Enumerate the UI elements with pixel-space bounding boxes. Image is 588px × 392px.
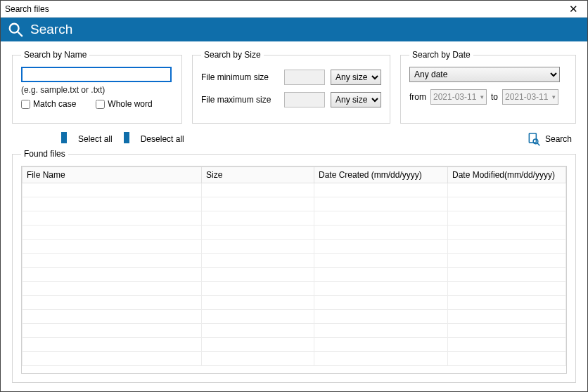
min-size-unit-select[interactable]: Any size bbox=[331, 70, 381, 85]
search-by-size-group: Search by Size File minimum size Any siz… bbox=[192, 50, 390, 124]
select-all-button[interactable]: Select all bbox=[61, 133, 113, 145]
col-file-name[interactable]: File Name bbox=[23, 167, 202, 183]
table-row[interactable] bbox=[23, 226, 566, 240]
table-row[interactable] bbox=[23, 240, 566, 254]
search-button[interactable]: Search bbox=[527, 132, 572, 146]
svg-line-1 bbox=[18, 32, 22, 36]
found-files-group: Found files File Name Size Date Created … bbox=[12, 149, 576, 383]
max-size-unit-select[interactable]: Any size bbox=[331, 92, 381, 107]
banner-title: Search bbox=[30, 22, 72, 37]
name-hint: (e.g. sample.txt or .txt) bbox=[21, 85, 173, 95]
results-body bbox=[23, 183, 566, 366]
window-title: Search files bbox=[5, 4, 563, 14]
search-by-date-group: Search by Date Any date from 2021-03-11▾… bbox=[400, 50, 576, 124]
results-grid[interactable]: File Name Size Date Created (mm/dd/yyyy)… bbox=[21, 166, 567, 374]
titlebar: Search files ✕ bbox=[1, 1, 587, 18]
match-case-checkbox[interactable]: Match case bbox=[21, 99, 76, 109]
to-label: to bbox=[491, 92, 498, 102]
max-size-label: File maximum size bbox=[201, 95, 279, 105]
search-by-name-legend: Search by Name bbox=[21, 50, 89, 60]
table-row[interactable] bbox=[23, 282, 566, 296]
select-all-icon bbox=[61, 133, 74, 145]
col-date-modified[interactable]: Date Modified(mm/dd/yyyy) bbox=[448, 167, 566, 183]
deselect-all-icon bbox=[124, 133, 136, 145]
from-date-input[interactable]: 2021-03-11▾ bbox=[430, 89, 487, 105]
min-size-input[interactable] bbox=[284, 70, 325, 85]
deselect-all-button[interactable]: Deselect all bbox=[124, 133, 184, 145]
table-row[interactable] bbox=[23, 324, 566, 338]
table-row[interactable] bbox=[23, 352, 566, 366]
table-row[interactable] bbox=[23, 338, 566, 352]
search-document-icon bbox=[527, 132, 541, 146]
table-row[interactable] bbox=[23, 197, 566, 211]
date-mode-select[interactable]: Any date bbox=[409, 67, 560, 82]
whole-word-checkbox[interactable]: Whole word bbox=[96, 99, 152, 109]
table-row[interactable] bbox=[23, 254, 566, 268]
col-size[interactable]: Size bbox=[202, 167, 314, 183]
table-row[interactable] bbox=[23, 183, 566, 197]
table-row[interactable] bbox=[23, 211, 566, 226]
banner: Search bbox=[1, 18, 587, 41]
search-by-name-group: Search by Name (e.g. sample.txt or .txt)… bbox=[12, 50, 182, 124]
close-icon[interactable]: ✕ bbox=[563, 3, 583, 15]
table-row[interactable] bbox=[23, 296, 566, 310]
max-size-input[interactable] bbox=[284, 92, 325, 107]
table-row[interactable] bbox=[23, 310, 566, 324]
chevron-down-icon: ▾ bbox=[480, 93, 484, 100]
table-row[interactable] bbox=[23, 268, 566, 282]
svg-rect-2 bbox=[529, 133, 536, 143]
to-date-input[interactable]: 2021-03-11▾ bbox=[502, 89, 558, 105]
search-icon bbox=[8, 22, 23, 37]
name-input[interactable] bbox=[21, 67, 172, 82]
from-label: from bbox=[409, 92, 426, 102]
min-size-label: File minimum size bbox=[201, 72, 279, 82]
chevron-down-icon: ▾ bbox=[552, 93, 556, 100]
found-files-legend: Found files bbox=[21, 149, 68, 159]
search-by-date-legend: Search by Date bbox=[409, 50, 473, 60]
col-date-created[interactable]: Date Created (mm/dd/yyyy) bbox=[314, 167, 448, 183]
svg-line-4 bbox=[537, 143, 539, 145]
search-by-size-legend: Search by Size bbox=[201, 50, 264, 60]
